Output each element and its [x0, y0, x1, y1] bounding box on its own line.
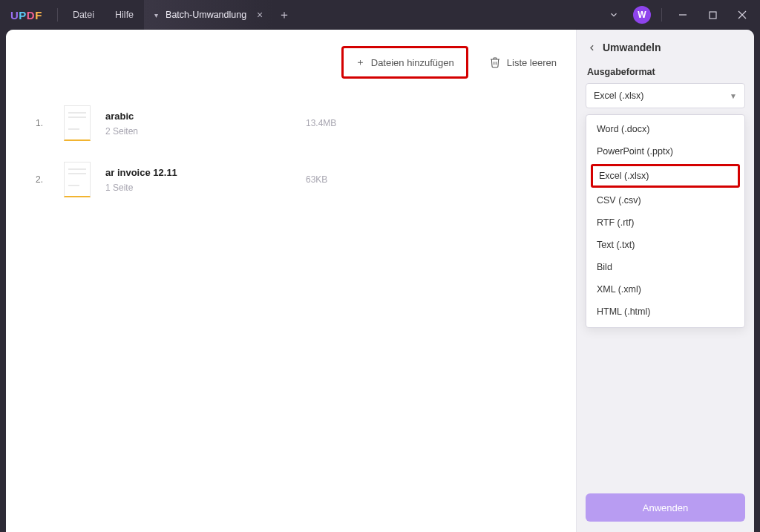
format-option[interactable]: Text (.txt): [586, 234, 744, 256]
file-pages: 1 Seite: [105, 183, 291, 193]
output-format-value: Excel (.xlsx): [594, 91, 643, 101]
format-option[interactable]: RTF (.rtf): [586, 211, 744, 234]
format-option[interactable]: HTML (.html): [586, 301, 744, 323]
app-logo: UPDF: [0, 9, 53, 22]
output-format-dropdown: Word (.docx)PowerPoint (.pptx)Excel (.xl…: [586, 114, 745, 328]
file-row[interactable]: 2.ar invoice 12.111 Seite63KB: [36, 151, 563, 208]
sidebar: Umwandeln Ausgabeformat Excel (.xlsx) ▼ …: [576, 30, 754, 532]
titlebar: UPDF Datei Hilfe ▾ Batch-Umwandlung × ＋ …: [0, 0, 760, 30]
window-close-button[interactable]: [729, 0, 756, 30]
add-files-button[interactable]: ＋ Dateien hinzufügen: [341, 46, 468, 79]
tab-menu-caret-icon[interactable]: ▾: [154, 11, 158, 19]
file-meta: arabic2 Seiten: [105, 111, 291, 137]
add-files-label: Dateien hinzufügen: [371, 57, 454, 68]
main-toolbar: ＋ Dateien hinzufügen Liste leeren: [36, 45, 563, 95]
file-name: arabic: [105, 111, 291, 122]
user-avatar[interactable]: W: [633, 6, 651, 24]
sidebar-header: Umwandeln: [577, 30, 754, 59]
format-option[interactable]: PowerPoint (.pptx): [586, 140, 744, 162]
clear-list-label: Liste leeren: [507, 57, 557, 68]
tab-batch-convert[interactable]: ▾ Batch-Umwandlung ×: [144, 0, 273, 30]
format-option[interactable]: Word (.docx): [586, 118, 744, 140]
file-pages: 2 Seiten: [105, 126, 291, 137]
window-maximize-button[interactable]: [699, 0, 726, 30]
tab-add-button[interactable]: ＋: [273, 7, 295, 23]
menu-help[interactable]: Hilfe: [105, 0, 144, 30]
file-number: 2.: [36, 174, 49, 185]
format-option[interactable]: Bild: [586, 256, 744, 278]
format-option[interactable]: Excel (.xlsx): [591, 164, 740, 188]
file-row[interactable]: 1.arabic2 Seiten13.4MB: [36, 95, 563, 151]
sidebar-title: Umwandeln: [603, 42, 661, 53]
file-list: 1.arabic2 Seiten13.4MB2.ar invoice 12.11…: [36, 95, 563, 208]
dropdown-caret-icon[interactable]: [600, 0, 627, 30]
workspace: ＋ Dateien hinzufügen Liste leeren 1.arab…: [6, 30, 754, 532]
file-meta: ar invoice 12.111 Seite: [105, 167, 291, 193]
file-size: 13.4MB: [306, 118, 336, 128]
apply-button[interactable]: Anwenden: [586, 493, 745, 522]
main-panel: ＋ Dateien hinzufügen Liste leeren 1.arab…: [6, 30, 576, 532]
clear-list-button[interactable]: Liste leeren: [489, 56, 563, 68]
file-number: 1.: [36, 118, 49, 128]
back-icon[interactable]: [587, 43, 597, 53]
format-option[interactable]: CSV (.csv): [586, 189, 744, 211]
svg-rect-1: [710, 12, 716, 19]
separator: [57, 8, 58, 22]
file-thumbnail: [64, 105, 91, 141]
file-name: ar invoice 12.11: [105, 167, 291, 178]
chevron-down-icon: ▼: [730, 92, 737, 100]
format-option[interactable]: XML (.xml): [586, 278, 744, 301]
separator: [661, 8, 662, 22]
output-format-label: Ausgabeformat: [577, 59, 754, 83]
tab-close-icon[interactable]: ×: [254, 9, 266, 21]
file-thumbnail: [64, 162, 91, 197]
titlebar-right: W: [600, 0, 760, 30]
trash-icon: [489, 56, 501, 68]
plus-icon: ＋: [356, 56, 365, 69]
file-size: 63KB: [306, 174, 327, 185]
tab-label: Batch-Umwandlung: [166, 10, 246, 20]
window-minimize-button[interactable]: [669, 0, 696, 30]
output-format-select[interactable]: Excel (.xlsx) ▼: [586, 83, 745, 108]
menu-file[interactable]: Datei: [62, 0, 105, 30]
